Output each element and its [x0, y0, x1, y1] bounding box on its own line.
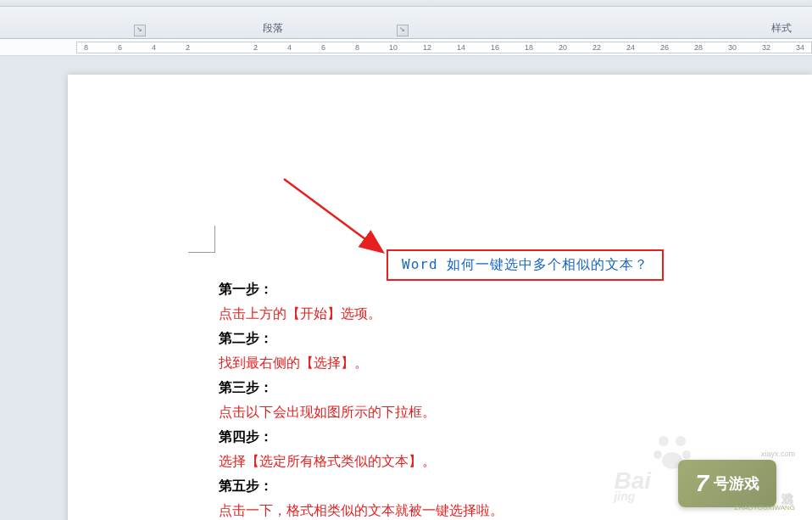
ruler-tick: 6 — [321, 43, 325, 52]
ruler-tick: 16 — [491, 43, 499, 52]
step-text: 找到最右侧的【选择】。 — [219, 355, 503, 372]
ruler-tick: 32 — [762, 43, 770, 52]
ruler-tick: 8 — [84, 43, 88, 52]
ruler-tick: 4 — [152, 43, 156, 52]
document-title: Word 如何一键选中多个相似的文本？ — [402, 256, 648, 272]
step-label: 第四步： — [219, 428, 503, 446]
step-label: 第五步： — [219, 478, 503, 495]
ruler-tick: 10 — [389, 43, 398, 52]
ruler-tick: 20 — [559, 43, 567, 52]
ruler-tick: 4 — [287, 43, 292, 52]
title-highlight-box: Word 如何一键选中多个相似的文本？ — [387, 249, 664, 281]
cursor-mark-icon — [188, 226, 215, 253]
svg-point-3 — [676, 436, 686, 446]
watermark-baidu: Bai jing — [614, 467, 651, 503]
step-label: 第二步： — [219, 330, 503, 348]
ruler-tick: 24 — [626, 43, 635, 52]
ruler-tick: 22 — [592, 43, 601, 52]
ruler-tick: 26 — [660, 43, 669, 52]
group-launcher-icon[interactable] — [134, 25, 146, 36]
group-label-style: 样式 — [771, 21, 792, 36]
ruler-tick: 18 — [525, 43, 533, 52]
step-label: 第一步： — [219, 281, 503, 299]
ruler-tick: 12 — [423, 43, 431, 52]
group-launcher-icon[interactable] — [397, 25, 409, 36]
document-content: 第一步： 点击上方的【开始】选项。 第二步： 找到最右侧的【选择】。 第三步： … — [219, 281, 503, 520]
svg-point-2 — [659, 436, 669, 446]
ruler-tick: 30 — [728, 43, 737, 52]
ruler-tick: 2 — [186, 43, 190, 52]
step-label: 第三步： — [219, 379, 503, 397]
watermark-logo: xiayx.com 7 号游戏 游戏 ZHAOYOUXIWANG — [678, 450, 795, 512]
step-text: 选择【选定所有格式类似的文本】。 — [219, 453, 503, 471]
ribbon-toolbar — [0, 0, 812, 7]
horizontal-ruler[interactable]: 8 6 4 2 2 4 6 8 10 12 14 16 18 20 22 24 … — [76, 42, 812, 53]
document-area[interactable]: Word 如何一键选中多个相似的文本？ 第一步： 点击上方的【开始】选项。 第二… — [0, 56, 812, 520]
ruler-tick: 28 — [694, 43, 703, 52]
svg-point-4 — [653, 450, 662, 459]
ruler-tick: 6 — [118, 43, 122, 52]
ruler-area: 8 6 4 2 2 4 6 8 10 12 14 16 18 20 22 24 … — [0, 39, 812, 56]
ruler-tick: 34 — [796, 43, 804, 52]
ruler-tick: 14 — [457, 43, 465, 52]
ruler-tick: 8 — [355, 43, 359, 52]
ruler-tick: 2 — [253, 43, 258, 52]
group-label-paragraph: 段落 — [263, 21, 283, 36]
ribbon-groups: 段落 样式 — [0, 7, 812, 39]
step-text: 点击以下会出现如图所示的下拉框。 — [219, 404, 503, 422]
step-text: 点击上方的【开始】选项。 — [219, 305, 503, 323]
step-text: 点击一下，格式相类似的文本就被一键选择啦。 — [219, 502, 503, 520]
